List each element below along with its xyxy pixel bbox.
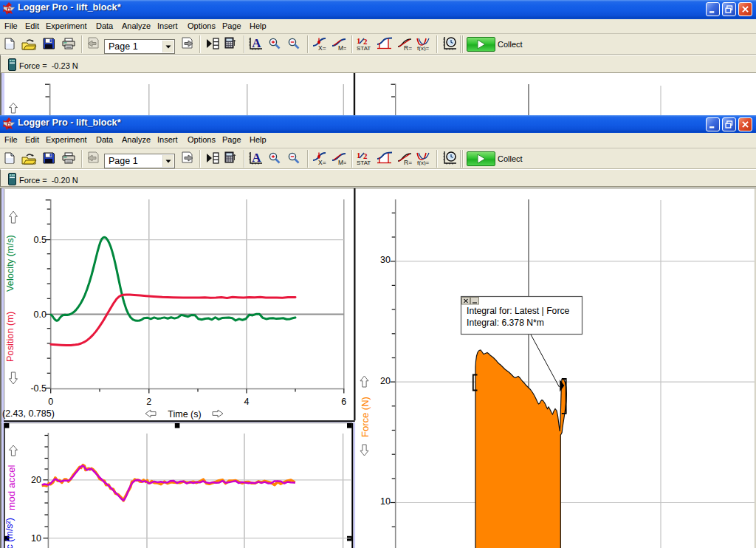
svg-text:R=: R= — [404, 159, 412, 165]
svg-text:A: A — [252, 37, 261, 50]
svg-text:(2.43, 0.785): (2.43, 0.785) — [2, 408, 55, 419]
svg-text:20: 20 — [380, 376, 391, 386]
svg-text:M=: M= — [338, 159, 346, 165]
svg-text:STAT: STAT — [357, 45, 371, 51]
svg-text:Integral: 6.378 N*m: Integral: 6.378 N*m — [467, 318, 544, 328]
svg-text:6: 6 — [341, 397, 346, 407]
svg-text:f(x)=: f(x)= — [417, 160, 430, 166]
svg-text:1: 1 — [357, 151, 361, 160]
svg-text:0: 0 — [48, 397, 53, 407]
svg-text:Position (m): Position (m) — [4, 312, 16, 362]
svg-text:Acc (m/s²): Acc (m/s²) — [4, 518, 15, 548]
svg-text:A: A — [252, 151, 261, 165]
svg-text:Force (N): Force (N) — [360, 397, 371, 437]
svg-text:Velocity (m/s): Velocity (m/s) — [4, 235, 16, 292]
svg-text:-0.5: -0.5 — [30, 383, 47, 394]
svg-text:1: 1 — [357, 37, 361, 45]
svg-text:30: 30 — [380, 255, 391, 265]
svg-text:0.5: 0.5 — [34, 235, 47, 245]
svg-text:2: 2 — [146, 397, 151, 407]
svg-text:20: 20 — [31, 475, 41, 485]
svg-text:X=: X= — [318, 159, 326, 165]
svg-text:R=: R= — [404, 44, 412, 51]
svg-text:Integral for: Latest | Force: Integral for: Latest | Force — [467, 306, 570, 316]
svg-text:10: 10 — [31, 533, 41, 544]
svg-text:Time (s): Time (s) — [168, 409, 201, 419]
svg-text:10: 10 — [380, 496, 391, 507]
svg-text:mod accel: mod accel — [6, 465, 17, 510]
svg-text:STAT: STAT — [357, 160, 371, 165]
svg-text:4: 4 — [244, 397, 250, 407]
svg-text:X=: X= — [318, 44, 326, 51]
svg-text:f(x)=: f(x)= — [417, 45, 430, 52]
svg-text:0.0: 0.0 — [34, 309, 47, 320]
svg-text:M=: M= — [338, 44, 346, 51]
